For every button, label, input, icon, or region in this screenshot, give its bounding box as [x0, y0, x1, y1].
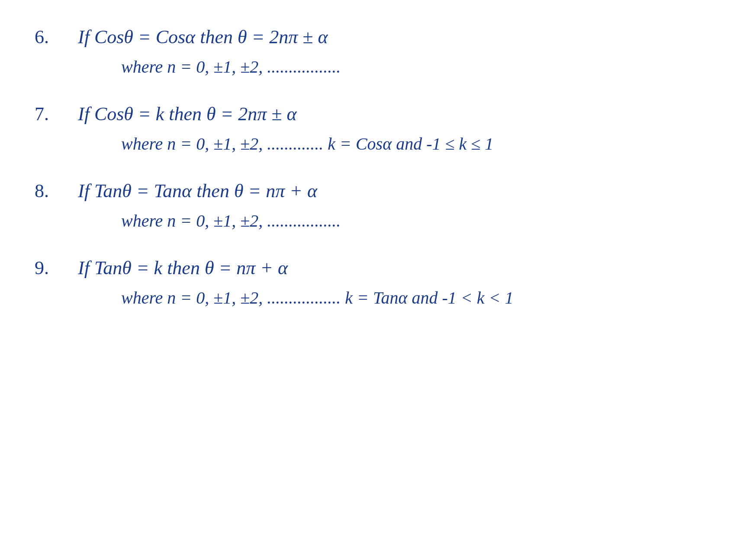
- item-8-content: If Tanθ = Tanα then θ = nπ + α: [78, 180, 317, 202]
- item-7: 7.If Cosθ = k then θ = 2nπ ± αwhere n = …: [35, 103, 721, 163]
- item-9-number: 9.: [35, 257, 78, 279]
- page-content: 6.If Cosθ = Cosα then θ = 2nπ ± αwhere n…: [35, 26, 721, 317]
- item-6-content: If Cosθ = Cosα then θ = 2nπ ± α: [78, 26, 328, 48]
- item-6-where: where n = 0, ±1, ±2, .................: [35, 57, 721, 77]
- item-6-number: 6.: [35, 26, 78, 48]
- item-9-content: If Tanθ = k then θ = nπ + α: [78, 257, 288, 279]
- item-9-main-line: 9.If Tanθ = k then θ = nπ + α: [35, 257, 721, 279]
- item-7-where: where n = 0, ±1, ±2, ............. k = C…: [35, 134, 721, 154]
- item-9-where: where n = 0, ±1, ±2, ................. k…: [35, 288, 721, 308]
- item-8-main-line: 8.If Tanθ = Tanα then θ = nπ + α: [35, 180, 721, 202]
- item-8: 8.If Tanθ = Tanα then θ = nπ + αwhere n …: [35, 180, 721, 240]
- item-7-content: If Cosθ = k then θ = 2nπ ± α: [78, 103, 297, 125]
- item-6: 6.If Cosθ = Cosα then θ = 2nπ ± αwhere n…: [35, 26, 721, 86]
- item-7-main-line: 7.If Cosθ = k then θ = 2nπ ± α: [35, 103, 721, 125]
- item-8-where: where n = 0, ±1, ±2, .................: [35, 211, 721, 231]
- item-9: 9.If Tanθ = k then θ = nπ + αwhere n = 0…: [35, 257, 721, 317]
- item-6-main-line: 6.If Cosθ = Cosα then θ = 2nπ ± α: [35, 26, 721, 48]
- item-8-number: 8.: [35, 180, 78, 202]
- item-7-number: 7.: [35, 103, 78, 125]
